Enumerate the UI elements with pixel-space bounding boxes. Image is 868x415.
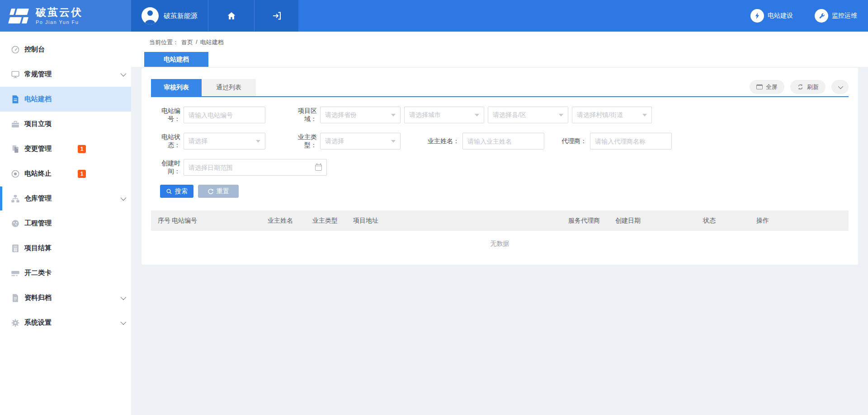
date-range-field[interactable] <box>184 160 315 175</box>
breadcrumb-current: 电站建档 <box>200 38 224 47</box>
dropdown-arrow-icon <box>475 114 479 117</box>
brand-name: 破茧云伏 <box>36 7 83 18</box>
panel-tabs: 审核列表 通过列表 全屏 刷新 <box>151 68 849 97</box>
tab-review-list[interactable]: 审核列表 <box>151 79 202 96</box>
filter-buttons: 搜索 重置 <box>160 185 849 198</box>
nav-station-construction[interactable]: 电站建设 <box>750 9 793 23</box>
col-actions: 操作 <box>756 217 849 225</box>
col-project-address: 项目地址 <box>353 217 568 225</box>
col-owner-name: 业主姓名 <box>268 217 312 225</box>
brand-logo-icon <box>9 8 30 24</box>
chevron-down-icon <box>121 319 127 325</box>
col-seq: 序号 <box>158 217 172 225</box>
main-area: 当前位置： 首页 / 电站建档 电站建档 审核列表 通过列表 全屏 刷新 <box>131 32 868 415</box>
notification-badge: 1 <box>78 145 86 153</box>
collapse-button[interactable] <box>831 80 849 94</box>
dropdown-arrow-icon <box>559 114 563 117</box>
county-select[interactable]: 请选择县/区 <box>488 107 568 123</box>
station-status-select[interactable]: 请选择 <box>184 133 265 149</box>
owner-name-input[interactable] <box>462 133 544 149</box>
sidebar-item-data-archiving[interactable]: 资料归档 <box>0 285 131 310</box>
label-owner-type: 业主类型： <box>288 133 320 149</box>
logout-button[interactable] <box>254 0 298 32</box>
briefcase-icon <box>10 119 21 130</box>
label-agent: 代理商： <box>558 137 590 145</box>
sidebar-item-console[interactable]: 控制台 <box>0 37 131 62</box>
gear-icon <box>10 317 21 328</box>
dropdown-arrow-icon <box>642 114 647 117</box>
label-station-code: 电站编号： <box>151 107 184 123</box>
dropdown-arrow-icon <box>391 140 396 143</box>
page-tab-station-filing[interactable]: 电站建档 <box>144 52 208 67</box>
chevron-down-icon <box>121 294 127 300</box>
sidebar-item-change-management[interactable]: 变更管理 1 <box>0 136 131 161</box>
calendar-icon <box>315 164 322 171</box>
sidebar-item-project-initiation[interactable]: 项目立项 <box>0 112 131 136</box>
card-icon <box>10 268 21 279</box>
sidebar-item-station-filing[interactable]: 电站建档 <box>0 87 131 112</box>
topbar: 当前位置： 首页 / 电站建档 电站建档 <box>131 32 868 67</box>
brand-text: 破茧云伏 Po Jian Yun Fu <box>36 7 83 25</box>
province-select[interactable]: 请选择省份 <box>320 107 401 123</box>
date-range-input[interactable] <box>184 159 327 176</box>
sidebar-item-system-settings[interactable]: 系统设置 <box>0 310 131 335</box>
col-station-code: 电站编号 <box>172 217 268 225</box>
calculator-icon <box>10 243 21 254</box>
nav-monitoring-ops[interactable]: 监控运维 <box>815 9 857 23</box>
sidebar-item-open-type2-card[interactable]: 开二类卡 <box>0 261 131 285</box>
logout-icon <box>271 10 282 21</box>
content-card: 审核列表 通过列表 全屏 刷新 电站编号： 项目区域： <box>142 68 858 265</box>
copy-icon <box>10 144 21 154</box>
header-nav: 电站建设 监控运维 <box>298 0 868 32</box>
record-circle-icon <box>10 168 21 179</box>
wrench-icon <box>815 9 828 23</box>
refresh-icon <box>797 84 804 90</box>
company-name: 破茧新能源 <box>164 12 198 20</box>
table-header: 序号 电站编号 业主姓名 业主类型 项目地址 服务代理商 创建日期 状态 操作 <box>151 210 849 231</box>
breadcrumb-home[interactable]: 首页 <box>181 38 193 47</box>
brand-subtitle: Po Jian Yun Fu <box>36 19 83 25</box>
col-service-agent: 服务代理商 <box>568 217 615 225</box>
sidebar-item-general-management[interactable]: 常规管理 <box>0 62 131 87</box>
refresh-button[interactable]: 刷新 <box>790 80 826 94</box>
notification-badge: 1 <box>78 170 86 178</box>
col-owner-type: 业主类型 <box>312 217 353 225</box>
file-icon <box>10 293 21 303</box>
reset-button[interactable]: 重置 <box>198 185 239 198</box>
chevron-down-icon <box>838 84 843 89</box>
gauge-icon <box>10 218 21 229</box>
search-button[interactable]: 搜索 <box>160 185 193 198</box>
breadcrumb-prefix: 当前位置： <box>149 38 179 47</box>
nav-label: 电站建设 <box>768 12 793 20</box>
sidebar-item-warehouse-management[interactable]: 仓库管理 <box>0 186 131 211</box>
sidebar: 控制台 常规管理 电站建档 项目立项 变更管理 1 电站终止 1 <box>0 32 131 415</box>
dropdown-arrow-icon <box>256 140 260 143</box>
label-create-time: 创建时间： <box>151 159 184 176</box>
search-icon <box>166 188 172 195</box>
sidebar-item-engineering-management[interactable]: 工程管理 <box>0 211 131 236</box>
agent-input[interactable] <box>590 133 672 149</box>
chevron-down-icon <box>121 71 127 77</box>
chevron-down-icon <box>121 195 127 201</box>
lightning-icon <box>750 9 764 23</box>
fullscreen-button[interactable]: 全屏 <box>750 80 784 94</box>
home-button[interactable] <box>208 0 254 32</box>
sitemap-icon <box>10 193 21 204</box>
sidebar-item-project-settlement[interactable]: 项目结算 <box>0 236 131 261</box>
breadcrumb-separator: / <box>196 38 198 47</box>
town-select[interactable]: 请选择村镇/街道 <box>572 107 652 123</box>
sidebar-item-station-termination[interactable]: 电站终止 1 <box>0 161 131 186</box>
panel-actions: 全屏 刷新 <box>750 80 849 94</box>
station-code-input[interactable] <box>184 107 265 123</box>
dashboard-icon <box>10 44 21 55</box>
monitor-icon <box>10 69 21 80</box>
label-station-status: 电站状态： <box>151 133 184 149</box>
home-icon <box>226 10 237 21</box>
city-select[interactable]: 请选择城市 <box>404 107 484 123</box>
app-header: 破茧云伏 Po Jian Yun Fu 破茧新能源 电站建设 监控运维 <box>0 0 868 32</box>
owner-type-select[interactable]: 请选择 <box>320 133 401 149</box>
user-menu[interactable]: 破茧新能源 <box>131 0 208 32</box>
breadcrumb: 当前位置： 首页 / 电站建档 <box>149 38 224 47</box>
tab-passed-list[interactable]: 通过列表 <box>202 79 256 96</box>
col-status: 状态 <box>703 217 756 225</box>
